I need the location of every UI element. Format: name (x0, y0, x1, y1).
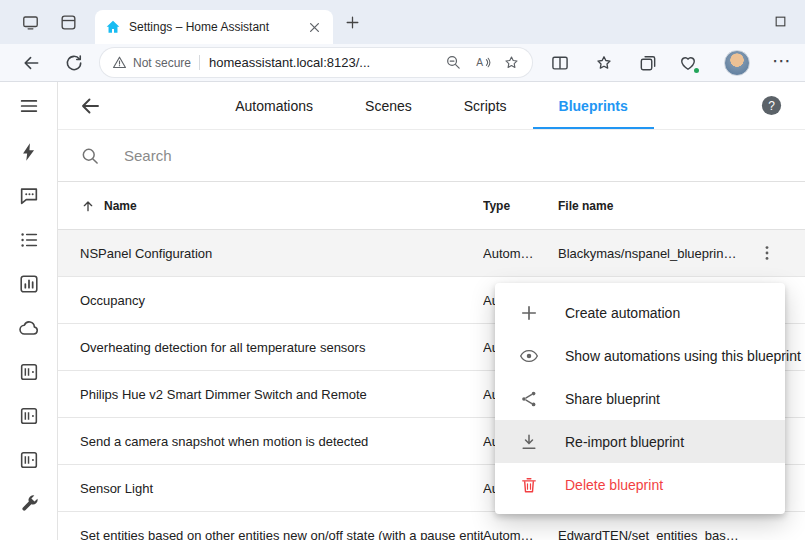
profile-avatar[interactable] (724, 50, 750, 76)
eye-icon (519, 346, 539, 366)
row-name: Send a camera snapshot when motion is de… (58, 434, 483, 449)
tab-scripts[interactable]: Scripts (438, 82, 533, 129)
not-secure-warning-icon (112, 55, 127, 70)
url-text[interactable]: homeassistant.local:8123/... (209, 55, 433, 70)
browser-menu-icon[interactable]: ⋯ (772, 49, 792, 72)
zoom-out-icon[interactable] (445, 54, 462, 71)
row-name: Sensor Light (58, 481, 483, 496)
table-row[interactable]: Set entities based on other entities new… (58, 512, 805, 540)
new-tab-icon[interactable] (344, 14, 361, 31)
tab-title: Settings – Home Assistant (129, 20, 306, 34)
row-type: Autom… (483, 528, 558, 540)
table-row[interactable]: NSPanel Configuration Autom… Blackymas/n… (58, 230, 805, 277)
browser-tab[interactable]: Settings – Home Assistant (95, 10, 333, 44)
tab-automations[interactable]: Automations (209, 82, 339, 129)
sort-ascending-icon[interactable] (80, 198, 96, 214)
menu-item-share-blueprint[interactable]: Share blueprint (495, 377, 785, 420)
menu-item-create-automation[interactable]: Create automation (495, 291, 785, 334)
column-header-name[interactable]: Name (104, 199, 137, 213)
help-icon[interactable]: ? (760, 94, 783, 117)
row-name: Occupancy (58, 293, 483, 308)
sidebar-item-server-3[interactable] (18, 438, 40, 482)
menu-item-label: Re-import blueprint (565, 434, 684, 450)
window-maximize-icon[interactable] (774, 15, 787, 28)
address-divider (199, 55, 200, 70)
blueprint-context-menu: Create automation Show automations using… (495, 283, 785, 514)
collections-icon[interactable] (638, 53, 658, 73)
home-assistant-app: Automations Scenes Scripts Blueprints ? (0, 82, 805, 540)
row-name: Philips Hue v2 Smart Dimmer Switch and R… (58, 387, 483, 402)
browser-back-icon[interactable] (21, 53, 41, 73)
address-bar[interactable]: Not secure homeassistant.local:8123/... … (100, 48, 532, 77)
menu-item-delete-blueprint[interactable]: Delete blueprint (495, 463, 785, 506)
menu-item-reimport-blueprint[interactable]: Re-import blueprint (495, 420, 785, 463)
read-aloud-icon[interactable]: A (474, 54, 491, 71)
ha-main: Automations Scenes Scripts Blueprints ? (58, 82, 805, 540)
tab-blueprints[interactable]: Blueprints (533, 82, 654, 129)
download-icon (519, 432, 539, 452)
column-header-type[interactable]: Type (483, 199, 558, 213)
trash-icon (519, 475, 539, 495)
browser-navbar: Not secure homeassistant.local:8123/... … (0, 44, 805, 82)
workspaces-icon[interactable] (21, 13, 40, 32)
split-screen-icon[interactable] (550, 53, 570, 73)
favorite-star-icon[interactable] (503, 54, 520, 71)
menu-item-label: Show automations using this blueprint (565, 348, 801, 364)
tab-scenes[interactable]: Scenes (339, 82, 438, 129)
tab-close-icon[interactable] (306, 19, 323, 36)
sync-status-badge (692, 66, 701, 75)
ha-tab-bar: Automations Scenes Scripts Blueprints (58, 82, 805, 129)
search-bar (58, 130, 805, 182)
sidebar-item-server-1[interactable] (18, 350, 40, 394)
row-file: EdwardTEN/set_entities_bas… (558, 528, 745, 540)
sidebar-item-history[interactable] (18, 262, 40, 306)
browser-window: Settings – Home Assistant Not secure hom… (0, 0, 805, 540)
svg-text:?: ? (768, 99, 775, 113)
sidebar-item-logbook[interactable] (18, 218, 40, 262)
browser-essentials-icon[interactable] (678, 53, 698, 73)
row-name: Overheating detection for all temperatur… (58, 340, 483, 355)
favorites-hub-icon[interactable] (594, 53, 614, 73)
row-overflow-menu-icon[interactable] (757, 243, 777, 263)
ha-header: Automations Scenes Scripts Blueprints ? (58, 82, 805, 130)
search-input[interactable] (122, 146, 522, 165)
search-icon (80, 146, 100, 166)
security-label[interactable]: Not secure (133, 56, 191, 70)
menu-item-show-automations[interactable]: Show automations using this blueprint (495, 334, 785, 377)
sidebar-item-server-2[interactable] (18, 394, 40, 438)
refresh-icon[interactable] (64, 53, 84, 73)
share-icon (519, 389, 539, 409)
row-type: Autom… (483, 246, 558, 261)
menu-item-label: Create automation (565, 305, 680, 321)
menu-item-label: Share blueprint (565, 391, 660, 407)
column-header-file[interactable]: File name (558, 199, 745, 213)
plus-icon (519, 303, 539, 323)
sidebar-menu-icon[interactable] (18, 82, 40, 130)
sidebar-item-energy[interactable] (18, 130, 40, 174)
sidebar-item-cloud[interactable] (18, 306, 40, 350)
ha-sidebar (0, 82, 58, 540)
sidebar-item-tools[interactable] (18, 482, 40, 526)
browser-titlebar: Settings – Home Assistant (0, 0, 805, 44)
sidebar-item-assist[interactable] (18, 174, 40, 218)
svg-text:A: A (476, 57, 483, 68)
row-file: Blackymas/nspanel_blueprin… (558, 246, 745, 261)
row-name: NSPanel Configuration (58, 246, 483, 261)
menu-item-label: Delete blueprint (565, 477, 663, 493)
row-name: Set entities based on other entities new… (58, 528, 483, 540)
home-assistant-favicon (105, 19, 121, 35)
tab-actions-icon[interactable] (59, 13, 78, 32)
table-header: Name Type File name (58, 182, 805, 230)
